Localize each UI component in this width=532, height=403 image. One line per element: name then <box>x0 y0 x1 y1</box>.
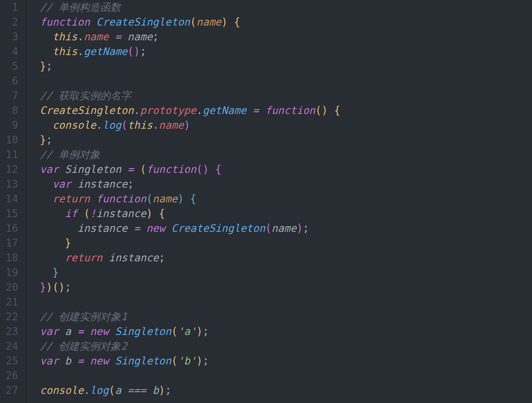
code-line[interactable]: this.name = name; <box>40 31 159 43</box>
code-line[interactable]: console.log(a === b); <box>40 384 172 396</box>
token-pn <box>90 193 96 205</box>
token-pn <box>184 193 190 205</box>
token-op: = <box>127 163 133 176</box>
code-line[interactable]: this.getName(); <box>40 46 146 58</box>
token-pn <box>58 163 65 176</box>
token-this: this <box>127 119 152 131</box>
token-pn <box>40 252 65 264</box>
token-pn <box>152 208 159 220</box>
code-line[interactable]: var b = new Singleton('b'); <box>40 355 209 367</box>
code-line[interactable]: // 创建实例对象2 <box>40 340 127 352</box>
line-number: 6 <box>0 74 18 88</box>
token-pn <box>40 193 52 205</box>
line-number: 10 <box>0 133 18 147</box>
token-cm: // 获取实例的名字 <box>40 90 131 102</box>
line-number: 25 <box>0 354 18 368</box>
token-kw: var <box>52 178 71 190</box>
code-line[interactable]: // 单例构造函数 <box>40 1 121 13</box>
token-pn: ; <box>46 134 52 146</box>
token-pny: ) <box>146 208 152 220</box>
token-prop: name <box>159 119 184 131</box>
line-number: 18 <box>0 250 18 265</box>
code-line[interactable]: // 单例对象 <box>40 149 100 161</box>
token-kw: function <box>146 163 197 176</box>
line-number: 5 <box>0 59 18 74</box>
token-pn: . <box>134 104 140 117</box>
code-line[interactable]: console.log(this.name) <box>40 119 190 131</box>
token-op: = <box>253 104 259 117</box>
token-this: this <box>52 31 78 43</box>
token-pny: ( <box>84 208 90 220</box>
token-fn: log <box>90 384 109 396</box>
token-pn <box>259 104 265 117</box>
line-number: 26 <box>0 368 18 383</box>
token-id: instance <box>109 252 159 264</box>
code-line[interactable]: var Singleton = (function() { <box>40 163 221 176</box>
token-pny: { <box>334 104 340 117</box>
token-pnp: ( <box>265 222 271 234</box>
token-fn: CreateSingleton <box>96 16 190 28</box>
code-line[interactable]: function CreateSingleton(name) { <box>40 16 240 28</box>
token-prop: prototype <box>140 104 196 117</box>
code-line[interactable]: // 获取实例的名字 <box>40 90 131 102</box>
token-pn <box>71 325 77 338</box>
line-number: 9 <box>0 118 18 133</box>
code-line[interactable]: if (!instance) { <box>40 208 165 220</box>
token-pnb: { <box>190 193 196 205</box>
token-pny: ) <box>46 281 52 293</box>
token-fn: Singleton <box>115 355 171 367</box>
line-number: 13 <box>0 177 18 192</box>
token-pn <box>109 31 115 43</box>
code-area[interactable]: // 单例构造函数 function CreateSingleton(name)… <box>25 0 532 398</box>
token-pn <box>121 384 127 396</box>
code-line[interactable]: var instance; <box>40 178 134 190</box>
token-pny: ) <box>196 355 202 367</box>
code-editor[interactable]: 1234567891011121314151617181920212223242… <box>0 0 532 403</box>
token-pnp: ) <box>134 46 140 58</box>
token-pn: ; <box>127 178 133 190</box>
code-line[interactable]: // 创建实例对象1 <box>40 311 127 323</box>
code-line[interactable]: return function(name) { <box>40 193 196 205</box>
token-pn <box>90 16 96 28</box>
token-pny: ( <box>52 281 58 293</box>
code-line[interactable]: } <box>40 237 71 249</box>
token-pnp: } <box>40 281 46 293</box>
line-number: 17 <box>0 236 18 250</box>
token-kw: var <box>40 163 58 176</box>
token-pnp: ( <box>121 119 127 131</box>
token-pn: . <box>78 46 84 58</box>
token-cls: CreateSingleton <box>40 104 134 117</box>
token-pny: ( <box>171 355 177 367</box>
code-line[interactable]: instance = new CreateSingleton(name); <box>40 222 309 234</box>
token-pn: ; <box>65 281 71 293</box>
code-line[interactable]: CreateSingleton.prototype.getName = func… <box>40 104 341 117</box>
token-op: = <box>115 31 121 43</box>
token-ret: return <box>52 193 90 205</box>
token-str: 'a' <box>178 325 196 338</box>
token-pn <box>40 178 52 190</box>
token-pn <box>140 222 146 234</box>
token-pnp: ( <box>196 163 202 176</box>
line-number: 27 <box>0 383 18 398</box>
token-id: instance <box>78 222 128 234</box>
token-pn <box>40 222 78 234</box>
token-pn: ; <box>303 222 309 234</box>
token-pny: ( <box>315 104 321 117</box>
code-line[interactable]: })(); <box>40 281 71 293</box>
token-pny: { <box>234 16 240 28</box>
code-line[interactable]: }; <box>40 60 52 72</box>
code-line[interactable]: return instance; <box>40 252 165 264</box>
token-op: ! <box>90 208 96 220</box>
token-op: = <box>78 325 84 338</box>
token-kw: var <box>40 325 58 338</box>
token-pn <box>40 46 52 58</box>
code-line[interactable]: }; <box>40 134 52 146</box>
code-line[interactable]: } <box>40 266 58 279</box>
token-pnb: ( <box>146 193 152 205</box>
token-pny: } <box>65 237 71 249</box>
code-line[interactable]: var a = new Singleton('a'); <box>40 325 209 338</box>
token-pn <box>121 31 127 43</box>
code-column[interactable]: // 单例构造函数 function CreateSingleton(name)… <box>25 0 532 403</box>
token-pnb: } <box>52 266 58 279</box>
token-pn: ; <box>159 252 165 264</box>
